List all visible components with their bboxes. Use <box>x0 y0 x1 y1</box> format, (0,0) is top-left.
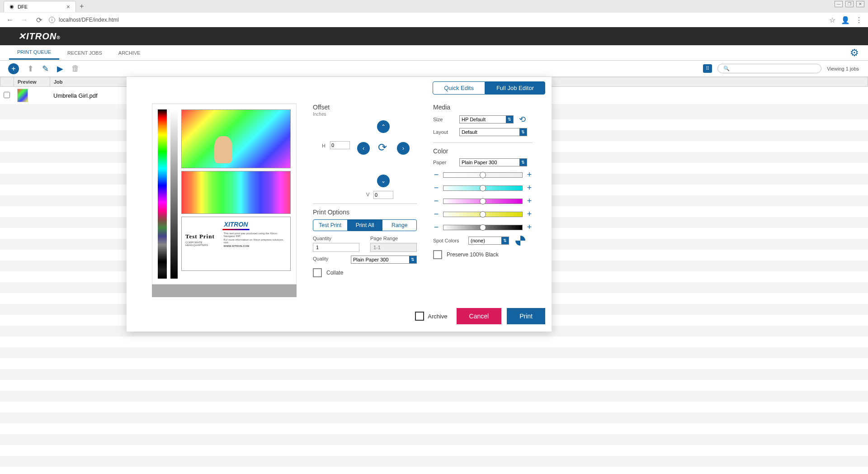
slider-plus[interactable]: + <box>526 183 533 193</box>
rotate-icon[interactable]: ⟳ <box>378 141 387 154</box>
document-preview[interactable]: XITRON Test Print CORPORATE HEADQUARTERS… <box>152 104 297 284</box>
window-close[interactable]: ✕ <box>856 1 864 7</box>
slider-minus[interactable]: − <box>433 183 439 193</box>
slider-plus[interactable]: + <box>526 170 533 180</box>
cancel-button[interactable]: Cancel <box>457 308 502 324</box>
cyan-slider[interactable] <box>443 185 523 191</box>
offset-unit: Inches <box>313 112 417 117</box>
collate-label: Collate <box>326 270 343 276</box>
quick-edits-tab[interactable]: Quick Edits <box>433 81 485 95</box>
orientation-icon[interactable]: ⟲ <box>519 114 526 124</box>
add-job-button[interactable]: + <box>8 63 19 74</box>
upload-button[interactable]: ⬆ <box>27 64 34 74</box>
offset-title: Offset <box>313 104 417 111</box>
archive-label: Archive <box>428 313 447 320</box>
preserve-black-checkbox[interactable] <box>433 250 442 259</box>
window-maximize[interactable]: ❐ <box>845 1 854 7</box>
reload-button[interactable]: ⟳ <box>34 16 43 24</box>
slider-plus[interactable]: + <box>526 196 533 206</box>
h-input[interactable] <box>330 141 350 149</box>
preview-image-umbrella <box>181 109 291 168</box>
delete-button[interactable]: 🗑 <box>71 64 80 73</box>
bookmark-icon[interactable]: ☆ <box>829 16 835 24</box>
seg-range[interactable]: Range <box>382 219 417 231</box>
magenta-slider[interactable] <box>443 199 523 204</box>
play-button[interactable]: ▶ <box>57 64 63 74</box>
seg-print-all[interactable]: Print All <box>348 219 382 231</box>
test-print-label: Test Print <box>185 233 221 240</box>
toolbar: + ⬆ ✎ ▶ 🗑 ⠿ 🔍 Viewing 1 jobs <box>0 61 868 77</box>
job-checkbox[interactable] <box>4 92 10 98</box>
browser-tab[interactable]: ◉ DFE × <box>4 1 76 12</box>
slider-minus[interactable]: − <box>433 196 439 206</box>
paper-select[interactable]: Plain Paper 300 <box>459 158 527 166</box>
site-info-icon[interactable]: i <box>49 17 55 23</box>
slider-plus[interactable]: + <box>526 223 533 232</box>
print-mode-segments: Test Print Print All Range <box>313 219 417 231</box>
gradient-bar <box>170 109 178 279</box>
tab-recent-jobs[interactable]: RECENT JOBS <box>59 47 110 59</box>
tab-print-queue[interactable]: PRINT QUEUE <box>9 46 59 60</box>
app-header: ✕ITRON® <box>0 27 868 45</box>
edit-button[interactable]: ✎ <box>42 64 49 74</box>
viewing-count: Viewing 1 jobs <box>827 66 859 71</box>
address-bar[interactable]: i localhost/DFE/index.html <box>49 17 824 23</box>
page-range-input[interactable] <box>370 243 417 252</box>
slider-minus[interactable]: − <box>433 223 439 232</box>
offset-up-button[interactable]: ⌃ <box>377 120 390 133</box>
print-button[interactable]: Print <box>507 308 545 324</box>
paper-label: Paper <box>433 160 456 165</box>
black-slider[interactable] <box>443 225 523 230</box>
layout-label: Layout <box>433 129 456 135</box>
color-title: Color <box>433 147 533 155</box>
new-tab-button[interactable]: + <box>80 2 84 10</box>
page-range-label: Page Range <box>370 236 417 241</box>
mini-logo: XITRON <box>224 221 248 228</box>
nav-tabs: PRINT QUEUE RECENT JOBS ARCHIVE ⚙ <box>0 45 868 61</box>
preserve-black-label: Preserve 100% Black <box>447 251 499 258</box>
profile-icon[interactable]: 👤 <box>841 16 850 24</box>
preview-image-pencils <box>181 171 291 214</box>
window-minimize[interactable]: — <box>835 1 843 7</box>
tab-close-icon[interactable]: × <box>66 3 70 10</box>
collate-checkbox[interactable] <box>313 268 322 277</box>
forward-button[interactable]: → <box>20 16 29 24</box>
back-button[interactable]: ← <box>5 16 14 24</box>
layout-select[interactable]: Default <box>459 128 527 136</box>
swatch-icon[interactable] <box>515 236 525 246</box>
quantity-input[interactable] <box>313 243 359 252</box>
search-input[interactable]: 🔍 <box>717 64 821 73</box>
browser-menu-icon[interactable]: ⋮ <box>855 16 863 24</box>
color-bar <box>158 109 167 279</box>
archive-checkbox[interactable] <box>415 312 424 321</box>
quantity-label: Quantity <box>313 236 359 241</box>
slider-minus[interactable]: − <box>433 209 439 219</box>
offset-down-button[interactable]: ⌄ <box>377 175 390 187</box>
v-label: V <box>366 192 369 197</box>
grid-view-icon[interactable]: ⠿ <box>703 64 712 73</box>
seg-test-print[interactable]: Test Print <box>313 219 348 231</box>
tab-archive[interactable]: ARCHIVE <box>110 47 149 59</box>
xitron-logo: ✕ITRON® <box>18 31 61 42</box>
preview-fine-print: CORPORATE HEADQUARTERS <box>185 241 221 246</box>
url-text: localhost/DFE/index.html <box>59 17 119 23</box>
settings-gear-icon[interactable]: ⚙ <box>850 47 859 59</box>
preview-panel: XITRON Test Print CORPORATE HEADQUARTERS… <box>152 104 297 297</box>
yellow-slider[interactable] <box>443 212 523 217</box>
full-job-editor-tab[interactable]: Full Job Editor <box>485 81 545 95</box>
quality-select[interactable]: Plain Paper 300 <box>351 256 417 264</box>
size-label: Size <box>433 117 456 122</box>
spot-colors-label: Spot Colors <box>433 238 465 243</box>
v-input[interactable] <box>373 191 393 199</box>
offset-right-button[interactable]: › <box>397 142 410 155</box>
print-options-title: Print Options <box>313 209 417 216</box>
slider-plus[interactable]: + <box>526 209 533 219</box>
preview-info-box: XITRON Test Print CORPORATE HEADQUARTERS… <box>181 217 291 271</box>
spot-colors-select[interactable]: (none) <box>468 237 509 245</box>
job-thumbnail <box>17 89 28 102</box>
slider-minus[interactable]: − <box>433 170 439 180</box>
size-select[interactable]: HP Default <box>459 115 514 123</box>
brightness-slider[interactable] <box>443 172 523 178</box>
preview-scrollbar[interactable] <box>152 284 297 297</box>
offset-left-button[interactable]: ‹ <box>357 142 370 155</box>
